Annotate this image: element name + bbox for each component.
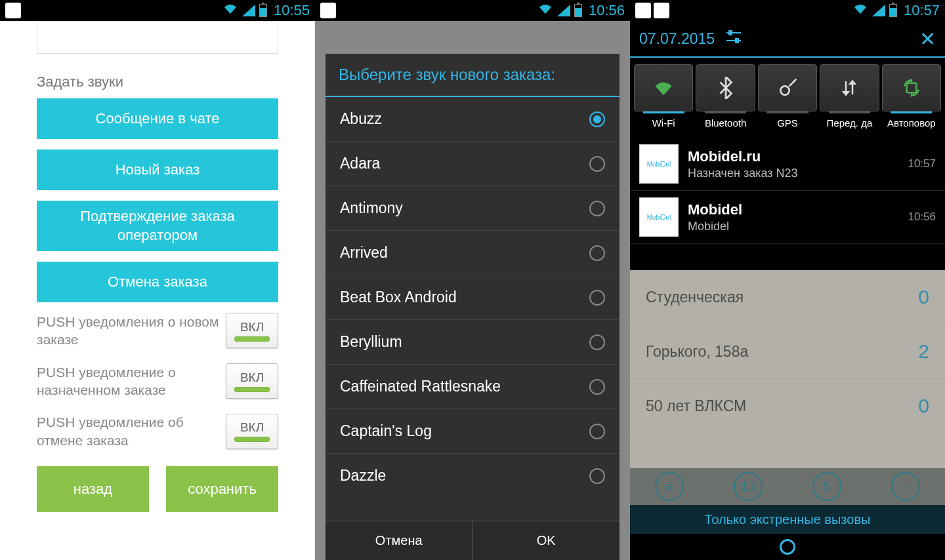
bluetooth-icon — [696, 64, 755, 111]
wifi-icon — [537, 2, 553, 19]
back-button[interactable]: назад — [37, 466, 149, 512]
notification-title: Mobidel.ru — [688, 148, 798, 165]
svg-point-4 — [780, 86, 789, 94]
quick-toggle-wifi[interactable]: Wi-Fi — [634, 64, 693, 129]
signal-icon — [872, 5, 885, 16]
battery-icon — [574, 4, 582, 17]
svg-rect-5 — [907, 83, 917, 93]
signal-icon — [557, 5, 570, 16]
toggle-label: GPS — [777, 117, 798, 129]
dialog-ok-button[interactable]: OK — [472, 521, 620, 560]
bottom-circle-bar: ≡ 13 5 ⋯ — [630, 468, 945, 505]
data-icon — [820, 64, 879, 111]
sound-option[interactable]: Dazzle — [326, 454, 620, 498]
quick-toggle-data[interactable]: Перед. да — [820, 64, 879, 129]
sound-option[interactable]: Adara — [326, 142, 620, 186]
sound-option-label: Antimony — [340, 199, 403, 217]
emergency-banner: Только экстренные вызовы — [630, 505, 945, 534]
sound-option[interactable]: Beat Box Android — [326, 275, 620, 320]
radio-icon[interactable] — [589, 334, 605, 350]
screen-notification-shade: 10:57 Студенческая0Горького, 158а250 лет… — [630, 0, 945, 560]
battery-icon — [259, 4, 267, 17]
app-icon — [5, 3, 21, 18]
toggle-label: Перед. да — [827, 117, 873, 129]
sound-option[interactable]: Arrived — [326, 231, 620, 275]
notification-app-icon: MobiDel — [639, 144, 679, 184]
notification-title: Mobidel — [688, 201, 742, 218]
sound-dialog: Выберите звук нового заказа: AbuzzAdaraA… — [326, 54, 620, 560]
quick-toggle-bluetooth[interactable]: Bluetooth — [696, 64, 755, 129]
notification-item[interactable]: MobiDelMobidel.ruНазначен заказ N2310:57 — [630, 138, 945, 191]
shade-date: 07.07.2015 — [639, 30, 715, 48]
radio-icon[interactable] — [589, 290, 605, 306]
sound-option[interactable]: Beryllium — [326, 320, 620, 365]
status-bar: 10:55 — [0, 0, 315, 21]
sound-option-label: Captain's Log — [340, 422, 432, 440]
radio-icon[interactable] — [589, 468, 605, 484]
sound-cancel-button[interactable]: Отмена заказа — [37, 262, 278, 302]
section-heading: Задать звуки — [37, 73, 308, 90]
dialog-cancel-button[interactable]: Отмена — [326, 521, 472, 560]
wifi-icon — [852, 2, 868, 19]
push-assigned-row: PUSH уведомление о назначенном заказе ВК… — [37, 363, 278, 399]
radio-icon[interactable] — [589, 156, 605, 172]
push-new-toggle[interactable]: ВКЛ — [226, 313, 278, 348]
push-assigned-label: PUSH уведомление о назначенном заказе — [37, 363, 219, 399]
push-cancel-row: PUSH уведомление об отмене заказа ВКЛ — [37, 413, 278, 449]
battery-icon — [889, 4, 897, 17]
notification-app-icon: MobiDel — [639, 197, 679, 237]
notification-item[interactable]: MobiDelMobidelMobidel10:56 — [630, 191, 945, 244]
text-input-top[interactable] — [37, 21, 278, 54]
svg-rect-1 — [729, 31, 732, 35]
circle-num[interactable]: 5 — [812, 472, 841, 501]
circle-more-icon[interactable]: ⋯ — [891, 472, 920, 501]
push-cancel-label: PUSH уведомление об отмене заказа — [37, 413, 219, 449]
notification-time: 10:57 — [908, 157, 936, 170]
quick-toggle-gps[interactable]: GPS — [758, 64, 817, 129]
circle-menu-icon[interactable]: ≡ — [655, 472, 684, 501]
svg-rect-3 — [736, 39, 738, 43]
save-button[interactable]: сохранить — [166, 466, 278, 512]
signal-icon — [242, 5, 255, 16]
clock: 10:55 — [274, 2, 310, 19]
sound-option-label: Abuzz — [340, 110, 382, 128]
sound-new-order-button[interactable]: Новый заказ — [37, 150, 278, 190]
circle-num[interactable]: 13 — [734, 472, 763, 501]
screen-sound-picker: 10:56 Выберите звук нового заказа: Abuzz… — [315, 0, 630, 560]
sound-option-label: Caffeinated Rattlesnake — [340, 378, 501, 395]
close-icon[interactable]: ✕ — [919, 28, 936, 50]
settings-sliders-icon[interactable] — [725, 30, 742, 48]
screen-settings: 10:55 Задать звуки Сообщение в чате Новы… — [0, 0, 315, 560]
notification-subtitle: Назначен заказ N23 — [688, 167, 798, 180]
sound-option[interactable]: Abuzz — [326, 97, 620, 142]
radio-icon[interactable] — [589, 424, 605, 439]
radio-icon[interactable] — [589, 201, 605, 216]
app-icon — [320, 3, 336, 18]
notification-time: 10:56 — [908, 210, 936, 224]
sound-option[interactable]: Captain's Log — [326, 409, 620, 454]
home-icon[interactable] — [780, 539, 795, 555]
sound-confirm-button[interactable]: Подтверждение заказа оператором — [37, 201, 278, 251]
sound-option[interactable]: Antimony — [326, 186, 620, 231]
bg-list-row: 50 лет ВЛКСМ0 — [630, 379, 945, 433]
radio-icon[interactable] — [589, 245, 605, 261]
toggle-label: Bluetooth — [705, 117, 746, 129]
sound-option-label: Adara — [340, 155, 380, 172]
status-bar: 10:57 — [630, 0, 945, 21]
app-icon — [635, 3, 651, 18]
gps-icon — [758, 64, 817, 111]
push-cancel-toggle[interactable]: ВКЛ — [226, 414, 278, 449]
rotate-icon — [882, 64, 941, 111]
nav-bar — [630, 534, 945, 560]
radio-icon[interactable] — [589, 111, 605, 127]
push-new-label: PUSH уведомления о новом заказе — [37, 313, 219, 349]
wifi-icon — [222, 2, 238, 19]
app-icon — [654, 3, 669, 18]
quick-toggle-rotate[interactable]: Автоповор — [882, 64, 941, 129]
sound-option[interactable]: Caffeinated Rattlesnake — [326, 365, 620, 409]
push-assigned-toggle[interactable]: ВКЛ — [226, 363, 278, 399]
notification-list: MobiDelMobidel.ruНазначен заказ N2310:57… — [630, 138, 945, 244]
sound-list[interactable]: AbuzzAdaraAntimonyArrivedBeat Box Androi… — [326, 97, 620, 521]
sound-chat-button[interactable]: Сообщение в чате — [37, 98, 278, 139]
radio-icon[interactable] — [589, 379, 605, 395]
